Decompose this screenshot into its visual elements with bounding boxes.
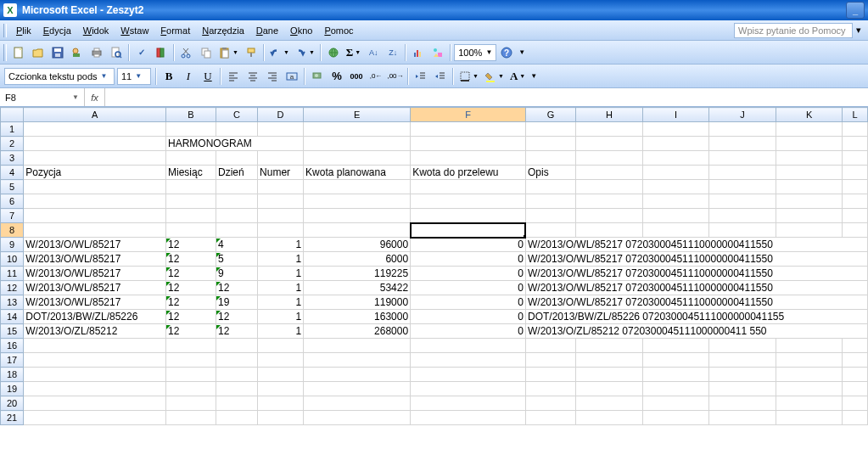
cell-B15[interactable]: 12 xyxy=(166,324,216,339)
cell-C7[interactable] xyxy=(216,209,258,223)
cell-G18[interactable] xyxy=(525,368,575,382)
cell-C9[interactable]: 4 xyxy=(216,238,258,252)
increase-indent-icon[interactable] xyxy=(431,67,450,86)
cell-B20[interactable] xyxy=(166,396,216,411)
cell-C3[interactable] xyxy=(216,151,258,166)
borders-icon[interactable]: ▼ xyxy=(456,67,481,86)
align-left-icon[interactable] xyxy=(224,67,243,86)
cell-I16[interactable] xyxy=(642,339,708,353)
italic-icon[interactable]: I xyxy=(179,67,198,86)
cell-G9[interactable]: W/2013/O/WL/85217 0720300045111000000041… xyxy=(525,238,867,252)
cell-F5[interactable] xyxy=(411,180,526,194)
cell-D20[interactable] xyxy=(258,396,304,411)
cell-F7[interactable] xyxy=(411,209,526,223)
cell-D1[interactable] xyxy=(258,122,304,137)
spelling-icon[interactable]: ✓ xyxy=(132,43,151,62)
cell-L3[interactable] xyxy=(843,151,868,166)
cell-B16[interactable] xyxy=(166,339,216,353)
col-header-L[interactable]: L xyxy=(843,108,868,122)
cell-C20[interactable] xyxy=(216,396,258,411)
cell-G4[interactable]: Opis xyxy=(525,166,575,180)
cell-F17[interactable] xyxy=(411,353,526,368)
cell-B11[interactable]: 12 xyxy=(166,267,216,281)
cell-G5[interactable] xyxy=(525,180,575,194)
cell-J2[interactable] xyxy=(709,137,776,151)
cell-H3[interactable] xyxy=(576,151,643,166)
decrease-decimal-icon[interactable]: ,00→ xyxy=(386,67,405,86)
cell-J4[interactable] xyxy=(709,166,776,180)
cell-C8[interactable] xyxy=(216,223,258,238)
row-header-12[interactable]: 12 xyxy=(1,281,24,295)
cell-K5[interactable] xyxy=(776,180,843,194)
cell-B4[interactable]: Miesiąc xyxy=(166,166,216,180)
cell-K19[interactable] xyxy=(776,382,843,396)
row-header-3[interactable]: 3 xyxy=(1,151,24,166)
cell-J6[interactable] xyxy=(709,194,776,209)
cell-H1[interactable] xyxy=(576,122,643,137)
cell-G15[interactable]: W/2013/O/ZL/85212 0720300045111000000411… xyxy=(525,324,867,339)
cell-L21[interactable] xyxy=(843,411,868,425)
cell-D12[interactable]: 1 xyxy=(258,281,304,295)
cell-D6[interactable] xyxy=(258,194,304,209)
cell-D13[interactable]: 1 xyxy=(258,295,304,310)
menu-okno[interactable]: Okno xyxy=(284,23,318,38)
cell-D14[interactable]: 1 xyxy=(258,310,304,324)
cell-B6[interactable] xyxy=(166,194,216,209)
cell-A12[interactable]: W/2013/O/WL/85217 xyxy=(24,281,166,295)
cell-C11[interactable]: 9 xyxy=(216,267,258,281)
row-header-18[interactable]: 18 xyxy=(1,368,24,382)
col-header-E[interactable]: E xyxy=(304,108,411,122)
cell-J21[interactable] xyxy=(709,411,776,425)
cell-E3[interactable] xyxy=(304,151,411,166)
merge-center-icon[interactable]: a xyxy=(283,67,301,86)
menu-plik[interactable]: Plik xyxy=(10,23,37,38)
menu-dane[interactable]: Dane xyxy=(250,23,284,38)
cell-H18[interactable] xyxy=(576,368,643,382)
cell-K4[interactable] xyxy=(776,166,843,180)
cell-E15[interactable]: 268000 xyxy=(304,324,411,339)
cell-H17[interactable] xyxy=(576,353,643,368)
cell-E21[interactable] xyxy=(304,411,411,425)
cell-H21[interactable] xyxy=(576,411,643,425)
cell-J8[interactable] xyxy=(709,223,776,238)
cell-I2[interactable] xyxy=(642,137,708,151)
cell-A4[interactable]: Pozycja xyxy=(24,166,166,180)
cell-G8[interactable] xyxy=(525,223,575,238)
cell-L8[interactable] xyxy=(843,223,868,238)
cell-A1[interactable] xyxy=(24,122,166,137)
cell-F13[interactable]: 0 xyxy=(411,295,526,310)
menu-wstaw[interactable]: Wstaw xyxy=(115,23,154,38)
cell-D8[interactable] xyxy=(258,223,304,238)
cell-L18[interactable] xyxy=(843,368,868,382)
currency-icon[interactable] xyxy=(308,67,327,86)
cell-G2[interactable] xyxy=(525,137,575,151)
cell-D17[interactable] xyxy=(258,353,304,368)
cell-A13[interactable]: W/2013/O/WL/85217 xyxy=(24,295,166,310)
bold-icon[interactable]: B xyxy=(160,67,178,86)
cell-I18[interactable] xyxy=(642,368,708,382)
cell-C6[interactable] xyxy=(216,194,258,209)
cell-G6[interactable] xyxy=(525,194,575,209)
cell-F21[interactable] xyxy=(411,411,526,425)
research-icon[interactable] xyxy=(152,43,171,62)
cell-E16[interactable] xyxy=(304,339,411,353)
cell-A14[interactable]: DOT/2013/BW/ZL/85226 xyxy=(24,310,166,324)
cell-C19[interactable] xyxy=(216,382,258,396)
cell-E14[interactable]: 163000 xyxy=(304,310,411,324)
cell-A17[interactable] xyxy=(24,353,166,368)
cell-E17[interactable] xyxy=(304,353,411,368)
help-icon[interactable]: ? xyxy=(497,43,516,62)
row-header-8[interactable]: 8 xyxy=(1,223,24,238)
cell-B13[interactable]: 12 xyxy=(166,295,216,310)
cell-F15[interactable]: 0 xyxy=(411,324,526,339)
row-header-7[interactable]: 7 xyxy=(1,209,24,223)
cell-E4[interactable]: Kwota planowana xyxy=(304,166,411,180)
cell-L2[interactable] xyxy=(843,137,868,151)
cell-G10[interactable]: W/2013/O/WL/85217 0720300045111000000041… xyxy=(525,252,867,267)
toolbar-handle[interactable] xyxy=(3,44,7,61)
cell-F19[interactable] xyxy=(411,382,526,396)
cell-G20[interactable] xyxy=(525,396,575,411)
cell-J17[interactable] xyxy=(709,353,776,368)
row-header-5[interactable]: 5 xyxy=(1,180,24,194)
cell-F16[interactable] xyxy=(411,339,526,353)
